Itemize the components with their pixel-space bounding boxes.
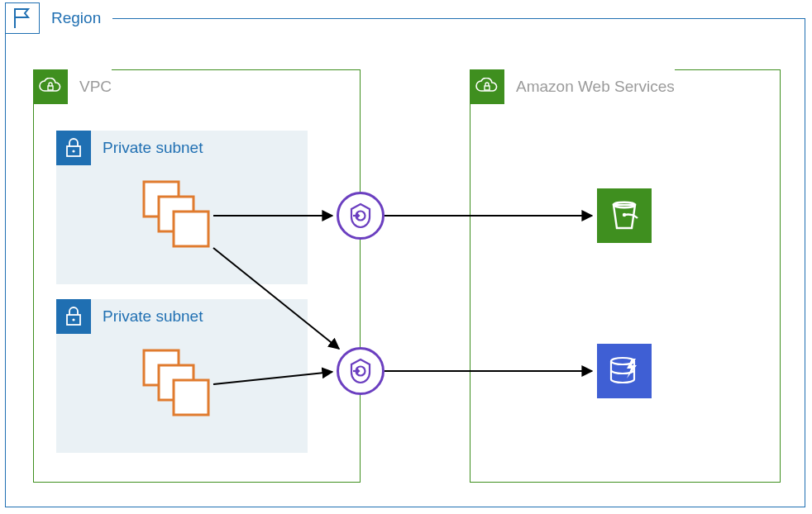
svg-point-15 [623, 213, 626, 217]
svg-point-5 [72, 318, 74, 321]
cloud-lock-icon [33, 69, 68, 104]
instances-icon [141, 178, 213, 251]
svg-rect-1 [485, 86, 490, 90]
vpc-endpoint-icon [337, 192, 385, 240]
aws-container [470, 69, 781, 483]
svg-rect-8 [174, 212, 208, 246]
subnet-header: Private subnet [56, 299, 203, 334]
padlock-icon [56, 299, 91, 334]
svg-rect-11 [174, 380, 208, 415]
aws-label: Amazon Web Services [516, 78, 675, 96]
aws-header: Amazon Web Services [470, 69, 675, 104]
subnet-label: Private subnet [103, 307, 203, 326]
vpc-label: VPC [79, 78, 112, 96]
vpc-header: VPC [33, 69, 112, 104]
padlock-icon [56, 131, 91, 165]
flag-icon [5, 2, 40, 34]
cloud-lock-icon [470, 69, 504, 104]
vpc-endpoint-icon [337, 347, 385, 395]
dynamodb-icon [597, 344, 652, 398]
svg-point-3 [72, 150, 74, 152]
subnet-label: Private subnet [103, 139, 203, 157]
instances-icon [141, 347, 213, 420]
diagram-stage: Region VPC Amazon Web Services [0, 0, 812, 514]
subnet-header: Private subnet [56, 131, 203, 165]
s3-bucket-icon [597, 188, 652, 243]
region-label: Region [51, 9, 101, 27]
region-header: Region [5, 2, 112, 34]
svg-rect-0 [48, 86, 53, 90]
